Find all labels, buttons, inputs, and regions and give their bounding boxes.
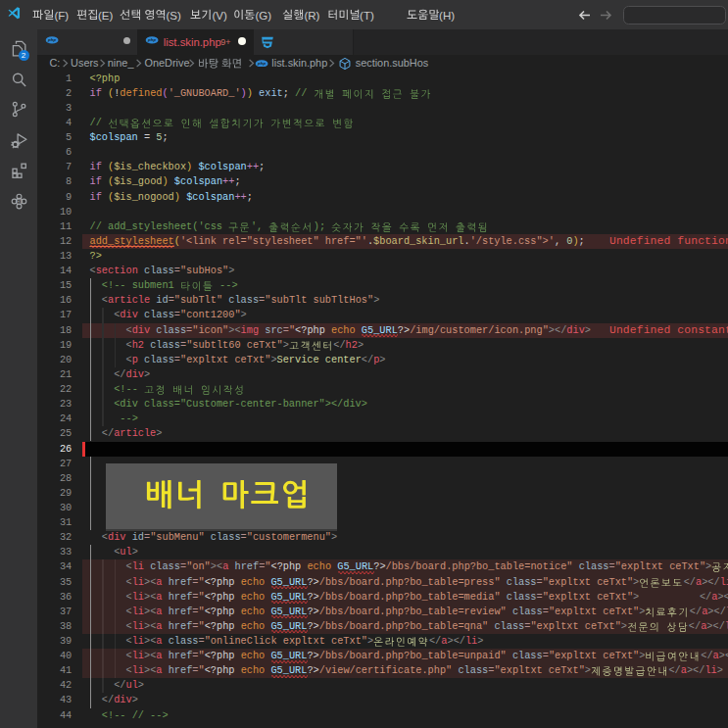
svg-text:php: php — [47, 38, 56, 43]
svg-text:php: php — [257, 61, 266, 66]
svg-text:RI: RI — [17, 199, 22, 204]
svg-text:php: php — [147, 38, 156, 43]
